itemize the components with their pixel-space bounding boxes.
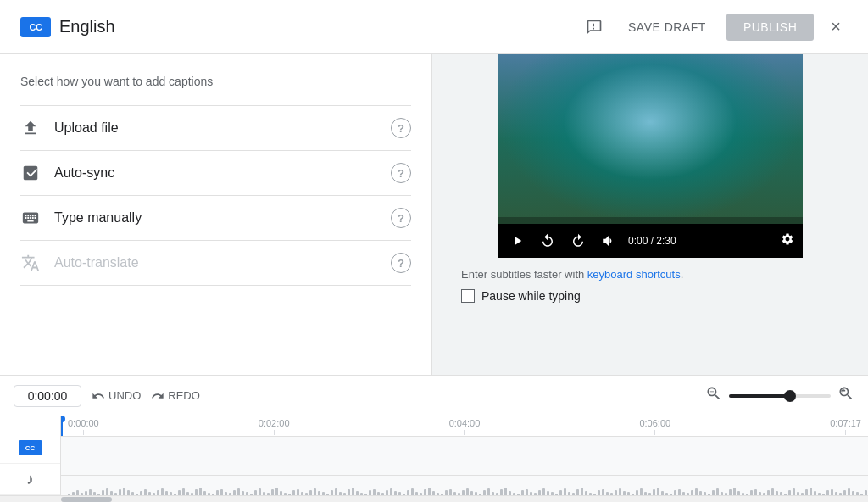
play-button[interactable] [506, 231, 528, 250]
wave-bar [123, 488, 125, 495]
type-manually-help-icon[interactable]: ? [391, 208, 411, 228]
wave-bar [106, 488, 108, 495]
option-upload-file[interactable]: Upload file ? [20, 105, 411, 151]
header: CC English SAVE DRAFT PUBLISH × [0, 0, 868, 54]
wave-bar [153, 493, 155, 495]
wave-bar [140, 491, 142, 495]
caption-track[interactable] [61, 437, 868, 476]
publish-button[interactable]: PUBLISH [726, 14, 814, 41]
option-type-manually[interactable]: Type manually ? [20, 196, 411, 241]
option-auto-sync[interactable]: Auto-sync ? [20, 151, 411, 196]
undo-button[interactable]: UNDO [92, 389, 141, 403]
wave-bar [432, 491, 435, 495]
zoom-slider[interactable] [729, 394, 831, 398]
wave-bar [437, 493, 439, 496]
wave-bar [657, 488, 659, 495]
wave-bar [805, 489, 808, 495]
video-settings-button[interactable] [781, 232, 794, 249]
close-button[interactable]: × [824, 14, 848, 40]
header-left: CC English [20, 17, 581, 37]
wave-bar [148, 492, 151, 496]
wave-bar [665, 493, 668, 496]
wave-bar [513, 493, 515, 496]
scrollbar-thumb[interactable] [61, 497, 112, 502]
playhead[interactable] [61, 416, 63, 436]
wave-bar [835, 492, 837, 496]
wave-bar [559, 490, 562, 495]
upload-help-icon[interactable]: ? [391, 118, 411, 138]
wave-bar [72, 492, 75, 495]
wave-bar [526, 489, 528, 496]
wave-bar [695, 488, 698, 496]
wave-bar [178, 490, 181, 495]
wave-bar [682, 492, 685, 496]
wave-bar [670, 494, 672, 496]
auto-sync-help-icon[interactable]: ? [391, 163, 411, 183]
wave-bar [191, 493, 193, 495]
wave-bar [199, 488, 202, 495]
feedback-icon[interactable] [581, 14, 608, 41]
wave-bar [170, 492, 172, 495]
zoom-thumb[interactable] [784, 390, 796, 402]
wave-bar [85, 491, 87, 495]
wave-bar [195, 489, 198, 495]
wave-bar [326, 494, 329, 495]
wave-bar [93, 492, 96, 495]
wave-bar [534, 493, 537, 495]
wave-bar [568, 492, 570, 496]
ruler-marks: 0:00:00 0:02:00 0:04:00 0:06:00 [68, 418, 861, 435]
wave-bar [788, 490, 791, 495]
ruler-mark-1: 0:02:00 [259, 418, 290, 435]
wave-bar [237, 488, 240, 496]
wave-bar [182, 488, 185, 495]
forward-button[interactable] [567, 231, 589, 250]
wave-bar [687, 493, 689, 495]
left-panel: Select how you want to add captions Uplo… [0, 54, 432, 375]
music-icon: ♪ [26, 471, 34, 488]
translate-icon [20, 253, 41, 273]
wave-bar [699, 491, 702, 496]
wave-bar [810, 488, 812, 495]
wave-bar [246, 492, 248, 495]
select-captions-label: Select how you want to add captions [20, 75, 411, 88]
pause-while-typing-checkbox[interactable] [461, 289, 475, 303]
rewind-button[interactable] [537, 231, 559, 250]
video-thumbnail [498, 54, 803, 224]
cc-track-icon: CC [19, 440, 42, 455]
wave-bar [356, 491, 359, 495]
zoom-out-button[interactable] [705, 385, 722, 406]
wave-bar [466, 488, 469, 496]
wave-bar [708, 494, 710, 495]
auto-translate-help-icon[interactable]: ? [391, 253, 411, 273]
wave-bar [530, 492, 532, 496]
wave-bar [814, 491, 816, 495]
wave-bar [848, 488, 850, 496]
wave-bar [521, 490, 524, 495]
page-title: English [59, 17, 115, 36]
option-auto-translate: Auto-translate ? [20, 241, 411, 286]
wave-bar [360, 493, 363, 496]
ruler-mark-2: 0:04:00 [449, 418, 481, 435]
wave-bar [818, 493, 821, 496]
keyboard-shortcuts-link[interactable]: keyboard shortcuts [587, 268, 681, 281]
wave-bar [547, 491, 549, 496]
save-draft-button[interactable]: SAVE DRAFT [618, 14, 716, 41]
wave-bar [453, 492, 456, 496]
zoom-in-button[interactable] [837, 385, 854, 406]
wave-bar [801, 493, 804, 495]
volume-button[interactable] [598, 231, 620, 250]
time-input[interactable] [14, 385, 81, 407]
wave-bar [678, 489, 681, 496]
wave-bar [458, 493, 460, 495]
wave-bar [208, 493, 210, 496]
wave-bar [509, 491, 511, 495]
wave-bar [318, 491, 320, 496]
wave-bar [572, 493, 575, 495]
wave-bar [407, 490, 409, 495]
wave-bar [615, 490, 617, 496]
redo-button[interactable]: REDO [151, 389, 200, 403]
auto-sync-icon [20, 163, 41, 183]
time-display: 0:00 / 2:30 [628, 235, 676, 247]
audio-track-label: ♪ [0, 464, 60, 495]
wave-bar [203, 491, 206, 495]
